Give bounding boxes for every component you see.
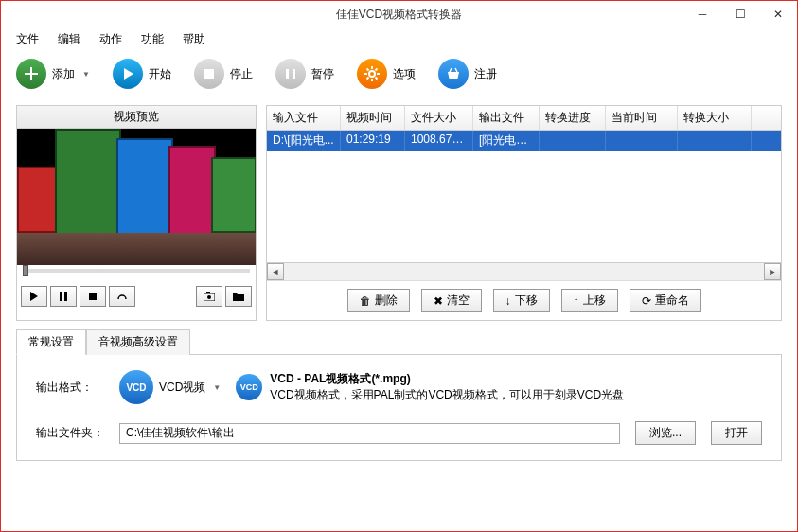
menu-file[interactable]: 文件: [9, 29, 46, 49]
header-time[interactable]: 视频时间: [341, 106, 405, 130]
svg-rect-2: [293, 69, 295, 79]
refresh-icon: ⟳: [642, 294, 651, 308]
folder-label: 输出文件夹：: [36, 425, 104, 441]
vcd-badge-icon: VCD: [119, 370, 153, 404]
format-desc-text: VCD视频格式，采用PAL制式的VCD视频格式，可以用于刻录VCD光盘: [270, 387, 624, 403]
options-button[interactable]: 选项: [357, 59, 416, 89]
preview-panel: 视频预览: [16, 105, 257, 321]
browse-button[interactable]: 浏览...: [635, 421, 696, 445]
header-outsize[interactable]: 转换大小: [678, 106, 752, 130]
pause-icon: [275, 59, 306, 89]
cell-progress: [540, 131, 606, 151]
tabs: 常规设置 音视频高级设置: [16, 328, 782, 354]
stop-button[interactable]: 停止: [194, 59, 253, 89]
start-button[interactable]: 开始: [113, 59, 171, 89]
table-empty-area[interactable]: [267, 151, 781, 262]
slider-thumb[interactable]: [23, 265, 28, 276]
loop-button[interactable]: [109, 286, 135, 307]
cell-outsize: [678, 131, 752, 151]
menu-help[interactable]: 帮助: [175, 29, 213, 49]
header-input[interactable]: 输入文件: [267, 106, 341, 130]
trash-icon: 🗑: [360, 294, 371, 308]
svg-rect-4: [60, 292, 62, 301]
play-icon: [113, 59, 143, 89]
menu-edit[interactable]: 编辑: [50, 29, 88, 49]
toolbar: 添加 ▼ 开始 停止 暂停 选项 注册: [1, 50, 797, 98]
vcd-small-icon: VCD: [236, 374, 262, 400]
cell-output: [阳光电影...: [473, 131, 540, 151]
play-button[interactable]: [21, 286, 47, 307]
svg-rect-1: [286, 69, 289, 79]
cell-current: [606, 131, 678, 151]
stop-label: 停止: [230, 66, 253, 82]
add-label: 添加: [52, 66, 75, 82]
list-actions: 🗑删除 ✖清空 ↓下移 ↑上移 ⟳重命名: [267, 280, 781, 320]
tab-content: 输出格式： VCD VCD视频 ▼ VCD VCD - PAL视频格式(*.mp…: [16, 354, 782, 461]
gear-icon: [357, 59, 387, 89]
table-header: 输入文件 视频时间 文件大小 输出文件 转换进度 当前时间 转换大小: [267, 106, 781, 131]
table-row[interactable]: D:\[阳光电... 01:29:19 1008.67MB [阳光电影...: [267, 131, 781, 151]
header-current[interactable]: 当前时间: [606, 106, 678, 130]
header-size[interactable]: 文件大小: [405, 106, 473, 130]
register-label: 注册: [474, 66, 497, 82]
arrow-down-icon: ↓: [505, 294, 511, 308]
file-list-panel: 输入文件 视频时间 文件大小 输出文件 转换进度 当前时间 转换大小 D:\[阳…: [266, 105, 782, 321]
format-description: VCD VCD - PAL视频格式(*.mpg) VCD视频格式，采用PAL制式…: [236, 371, 624, 403]
rename-button[interactable]: ⟳重命名: [630, 289, 701, 312]
folder-row: 输出文件夹： 浏览... 打开: [36, 421, 762, 445]
svg-point-8: [207, 295, 211, 299]
header-output[interactable]: 输出文件: [473, 106, 540, 130]
svg-rect-9: [206, 292, 210, 293]
window-controls: ─ ☐ ✕: [683, 1, 797, 27]
format-title: VCD - PAL视频格式(*.mpg): [270, 371, 624, 387]
file-table: 输入文件 视频时间 文件大小 输出文件 转换进度 当前时间 转换大小 D:\[阳…: [267, 106, 781, 280]
pause-label: 暂停: [311, 66, 334, 82]
folder-button[interactable]: [225, 286, 252, 307]
arrow-up-icon: ↑: [574, 294, 579, 308]
svg-rect-6: [89, 293, 97, 300]
stop-icon: [194, 59, 224, 89]
seek-slider[interactable]: [17, 265, 256, 282]
menu-function[interactable]: 功能: [133, 29, 171, 49]
open-button[interactable]: 打开: [711, 421, 762, 445]
clear-button[interactable]: ✖清空: [421, 289, 482, 312]
horizontal-scrollbar[interactable]: ◄ ►: [267, 262, 781, 280]
options-label: 选项: [393, 66, 416, 82]
move-up-button[interactable]: ↑上移: [561, 289, 618, 312]
move-down-button[interactable]: ↓下移: [493, 289, 550, 312]
minimize-button[interactable]: ─: [683, 1, 721, 27]
tab-advanced[interactable]: 音视频高级设置: [86, 329, 190, 355]
tab-general[interactable]: 常规设置: [16, 329, 86, 355]
video-preview[interactable]: [17, 129, 256, 265]
svg-rect-5: [64, 292, 67, 301]
delete-button[interactable]: 🗑删除: [347, 289, 410, 312]
svg-rect-0: [204, 69, 214, 79]
x-icon: ✖: [434, 294, 443, 308]
format-row: 输出格式： VCD VCD视频 ▼ VCD VCD - PAL视频格式(*.mp…: [36, 370, 762, 404]
register-button[interactable]: 注册: [438, 59, 497, 89]
scroll-left-icon[interactable]: ◄: [267, 263, 284, 280]
pause-button[interactable]: 暂停: [275, 59, 334, 89]
titlebar: 佳佳VCD视频格式转换器 ─ ☐ ✕: [1, 1, 797, 27]
output-folder-input[interactable]: [119, 423, 620, 444]
menu-action[interactable]: 动作: [92, 29, 130, 49]
preview-controls: [17, 282, 256, 310]
add-button[interactable]: 添加 ▼: [16, 59, 90, 89]
close-button[interactable]: ✕: [759, 1, 797, 27]
stop-small-button[interactable]: [80, 286, 106, 307]
format-select[interactable]: VCD VCD视频 ▼: [119, 370, 221, 404]
start-label: 开始: [149, 66, 171, 82]
main-area: 视频预览 输入文件 视频时间 文件大小 输: [1, 98, 797, 328]
chevron-down-icon: ▼: [213, 383, 221, 392]
menubar: 文件 编辑 动作 功能 帮助: [1, 27, 797, 50]
cell-size: 1008.67MB: [405, 131, 473, 151]
plus-icon: [16, 59, 46, 89]
scroll-right-icon[interactable]: ►: [764, 263, 781, 280]
settings-area: 常规设置 音视频高级设置 输出格式： VCD VCD视频 ▼ VCD VCD -…: [1, 328, 797, 472]
scroll-track[interactable]: [284, 263, 764, 280]
pause-small-button[interactable]: [50, 286, 77, 307]
header-progress[interactable]: 转换进度: [540, 106, 606, 130]
snapshot-button[interactable]: [196, 286, 222, 307]
maximize-button[interactable]: ☐: [721, 1, 759, 27]
cell-time: 01:29:19: [341, 131, 405, 151]
